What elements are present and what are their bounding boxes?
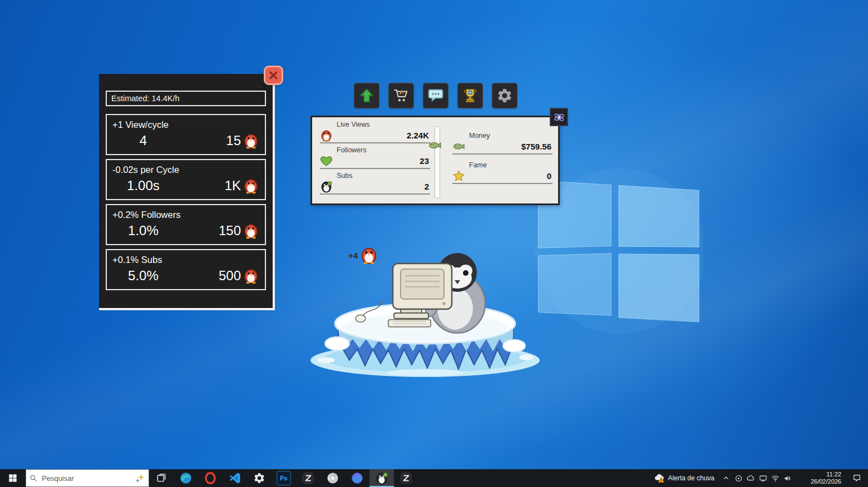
taskbar-app-colorful[interactable] [345,469,369,487]
fame-value: 0 [467,171,551,181]
live-views-value: 2.24K [335,131,429,140]
tray-status-button[interactable] [732,469,744,487]
stats-left-column: Live Views 2.24K Followers 23 Subs 2 [320,121,430,197]
heart-icon [320,155,333,167]
task-view-icon [156,473,167,484]
stat-live-views: Live Views 2.24K [320,121,430,143]
search-icon [29,474,37,482]
upgrade-cost: 500 [219,267,259,284]
dark-app-icon [302,471,315,485]
taskbar-app-dark-1[interactable] [296,469,320,487]
gear-icon [496,87,513,104]
upgrade-cost: 150 [219,222,259,239]
taskbar-app-settings[interactable] [247,469,272,487]
followers-value: 23 [335,156,429,166]
tray-chevron-button[interactable] [720,469,732,487]
taskbar-app-dark-2[interactable] [394,469,418,487]
penguin-game-icon [375,471,388,485]
tray-display-button[interactable] [757,469,769,487]
close-x-icon [268,70,279,81]
upgrades-button[interactable] [354,83,379,108]
stats-panel: Live Views 2.24K Followers 23 Subs 2 [310,116,560,205]
photoshop-icon: Ps [277,471,291,485]
tray-network-button[interactable] [769,469,781,487]
upgrade-name: +1 View/cycle [112,120,259,130]
upgrade-current-value: 4 [112,133,174,148]
upgrade-panel: Estimated: 14.4K/h +1 View/cycle 4 15 -0… [99,74,275,310]
taskbar-app-vscode[interactable] [223,469,247,487]
penguin-icon [320,129,333,142]
taskbar-app-photoshop[interactable]: Ps [272,469,296,487]
rain-alert-icon [654,473,665,484]
upgrade-followers[interactable]: +0.2% Followers 1.0% 150 [106,204,266,245]
screen: +4 Estimated: 14.4K/h +1 View/cycle 4 15… [0,0,868,487]
upgrade-view-per-cycle[interactable]: +1 View/cycle 4 15 [106,114,266,155]
prestige-button[interactable] [550,108,568,126]
followers-label: Followers [337,146,430,154]
money-value: $759.56 [467,142,551,151]
settings-button[interactable] [492,83,517,108]
close-button[interactable] [264,66,283,85]
penguin-icon [359,246,378,265]
progress-gauge [435,126,440,198]
edge-browser-icon [179,471,193,485]
start-button[interactable] [0,469,26,487]
game-scene[interactable] [305,236,545,379]
floating-gain: +4 [348,246,378,265]
volume-icon [783,474,792,483]
penguin-currency-icon [243,267,259,284]
display-icon [759,474,767,483]
taskbar-search[interactable] [26,469,149,487]
stat-money: Money $759.56 [452,132,553,155]
notification-center-button[interactable] [846,469,868,487]
upgrade-current-value: 1.0% [112,223,174,238]
upgrade-cost: 1K [225,177,259,194]
game-toolbar [354,83,517,108]
taskbar-app-gray[interactable] [320,469,345,487]
tray-volume-button[interactable] [781,469,793,487]
upgrade-name: -0.02s per Cycle [112,165,259,175]
upgrade-subs[interactable]: +0.1% Subs 5.0% 500 [106,249,266,290]
windows-logo-icon [8,474,17,483]
achievements-button[interactable] [457,83,483,108]
tray-cloud-button[interactable] [744,469,757,487]
upgrade-cost: 15 [226,132,259,149]
stat-subs: Subs 2 [320,172,430,195]
taskbar-app-edge[interactable] [174,469,198,487]
up-arrow-icon [358,87,375,104]
fish-icon [452,140,465,153]
floating-gain-text: +4 [348,251,358,260]
shop-button[interactable] [388,83,414,108]
taskbar-clock[interactable]: 11:22 26/02/2026 [793,469,846,487]
upgrade-name: +0.2% Followers [112,210,259,220]
fish-marker-icon [426,138,443,152]
money-label: Money [469,132,553,140]
upgrade-name: +0.1% Subs [112,255,259,265]
cart-icon [393,87,410,104]
weather-alert-text: Alerta de chuva [668,474,714,482]
task-view-button[interactable] [149,469,174,487]
stat-followers: Followers 23 [320,146,430,169]
notification-icon [852,474,861,483]
gray-circle-app-icon [326,471,339,485]
chevron-up-icon [723,475,729,481]
chat-button[interactable] [423,83,448,108]
search-highlights-icon[interactable] [135,473,145,483]
taskbar-app-penguin-game[interactable] [369,469,394,487]
clock-time: 11:22 [826,471,841,478]
penguin-currency-icon [243,222,259,239]
taskbar-app-opera[interactable] [198,469,223,487]
upgrade-cycle-speed[interactable]: -0.02s per Cycle 1.00s 1K [106,159,266,200]
vscode-icon [228,471,241,485]
subs-label: Subs [337,172,430,180]
weather-widget[interactable]: Alerta de chuva [648,469,720,487]
dark-app-icon [400,471,413,485]
cloud-icon [747,474,755,483]
clock-date: 26/02/2026 [811,478,841,485]
galaxy-icon [553,111,566,124]
stats-right-column: Money $759.56 Fame 0 [452,132,553,191]
search-input[interactable] [41,474,132,483]
taskbar-spacer [418,469,648,487]
subs-value: 2 [335,182,429,191]
penguin-money-icon [320,180,333,193]
